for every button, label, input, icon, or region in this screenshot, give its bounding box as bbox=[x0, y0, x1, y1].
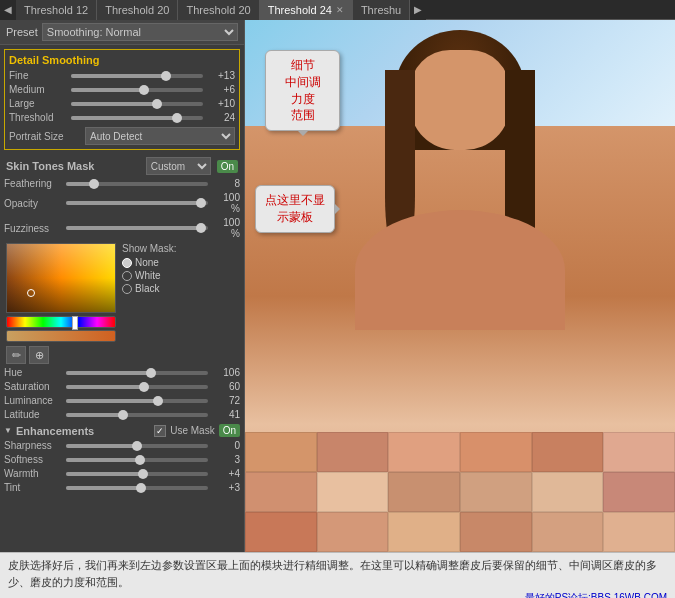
tab-scroll-right[interactable]: ▶ bbox=[410, 0, 426, 20]
pixel-block bbox=[245, 512, 317, 552]
feathering-track[interactable] bbox=[66, 182, 208, 186]
tab-close-icon[interactable]: ✕ bbox=[336, 2, 344, 18]
fuzziness-value: 100 % bbox=[212, 217, 240, 239]
softness-track[interactable] bbox=[66, 458, 208, 462]
warmth-track[interactable] bbox=[66, 472, 208, 476]
medium-track[interactable] bbox=[71, 88, 203, 92]
color-gradient[interactable] bbox=[6, 243, 116, 313]
pixel-block bbox=[317, 472, 389, 512]
medium-slider-row: Medium +6 bbox=[9, 84, 235, 95]
eyedropper-icon[interactable]: ✏ bbox=[6, 346, 26, 364]
portrait-area bbox=[385, 30, 535, 330]
warmth-value: +4 bbox=[212, 468, 240, 479]
skin-tones-on-badge[interactable]: On bbox=[217, 160, 238, 173]
hue-track[interactable] bbox=[66, 371, 208, 375]
pixel-block bbox=[532, 432, 604, 472]
luminance-track[interactable] bbox=[66, 399, 208, 403]
sat-bar[interactable] bbox=[6, 330, 116, 342]
use-mask-label: Use Mask bbox=[170, 425, 214, 436]
fuzziness-row: Fuzziness 100 % bbox=[4, 217, 240, 239]
large-track[interactable] bbox=[71, 102, 203, 106]
softness-value: 3 bbox=[212, 454, 240, 465]
pixel-block bbox=[460, 512, 532, 552]
pipette-icon[interactable]: ⊕ bbox=[29, 346, 49, 364]
latitude-value: 41 bbox=[212, 409, 240, 420]
saturation-track[interactable] bbox=[66, 385, 208, 389]
skin-tones-section: Skin Tones Mask Custom On Feathering 8 O… bbox=[4, 154, 240, 420]
mask-black-label: Black bbox=[135, 283, 159, 294]
feathering-row: Feathering 8 bbox=[4, 178, 240, 189]
enhancements-on-badge[interactable]: On bbox=[219, 424, 240, 437]
enhancements-header: ▼ Enhancements ✓ Use Mask On bbox=[4, 424, 240, 437]
tab-threshu[interactable]: Threshu bbox=[353, 0, 410, 20]
hue-bar[interactable] bbox=[6, 316, 116, 328]
fine-track[interactable] bbox=[71, 74, 203, 78]
fuzziness-track[interactable] bbox=[66, 226, 208, 230]
sharpness-value: 0 bbox=[212, 440, 240, 451]
preset-row: Preset Smoothing: Normal bbox=[0, 20, 244, 45]
face bbox=[410, 50, 510, 150]
pixel-block bbox=[388, 472, 460, 512]
tooltip-midtone: 细节中间调力度范围 bbox=[265, 50, 340, 131]
tab-threshold-20-a[interactable]: Threshold 20 bbox=[97, 0, 178, 20]
medium-value: +6 bbox=[207, 84, 235, 95]
pixel-block bbox=[245, 432, 317, 472]
latitude-label: Latitude bbox=[4, 409, 62, 420]
sharpness-track[interactable] bbox=[66, 444, 208, 448]
mask-white-radio[interactable] bbox=[122, 271, 132, 281]
luminance-slider-row: Luminance 72 bbox=[4, 395, 240, 406]
opacity-track[interactable] bbox=[66, 201, 208, 205]
luminance-label: Luminance bbox=[4, 395, 62, 406]
mask-none-radio[interactable] bbox=[122, 258, 132, 268]
latitude-slider-row: Latitude 41 bbox=[4, 409, 240, 420]
opacity-row: Opacity 100 % bbox=[4, 192, 240, 214]
pixel-block bbox=[388, 432, 460, 472]
use-mask-checkbox[interactable]: ✓ bbox=[154, 425, 166, 437]
pixel-block bbox=[317, 512, 389, 552]
fine-label: Fine bbox=[9, 70, 67, 81]
pixel-block bbox=[245, 472, 317, 512]
hue-slider-row: Hue 106 bbox=[4, 367, 240, 378]
saturation-slider-row: Saturation 60 bbox=[4, 381, 240, 392]
mask-none-row[interactable]: None bbox=[122, 257, 176, 268]
mask-white-row[interactable]: White bbox=[122, 270, 176, 281]
preset-select[interactable]: Smoothing: Normal bbox=[42, 23, 238, 41]
mask-black-row[interactable]: Black bbox=[122, 283, 176, 294]
show-mask-title: Show Mask: bbox=[122, 243, 176, 254]
main-layout: Preset Smoothing: Normal Detail Smoothin… bbox=[0, 20, 675, 552]
source-credit: 最好的PS论坛:BBS.16WB.COM bbox=[8, 590, 667, 598]
threshold-track[interactable] bbox=[71, 116, 203, 120]
tab-scroll-left[interactable]: ◀ bbox=[0, 0, 16, 20]
color-picker-area: Show Mask: None White Black bbox=[6, 243, 238, 342]
threshold-slider-row: Threshold 24 bbox=[9, 112, 235, 123]
softness-row: Softness 3 bbox=[4, 454, 240, 465]
left-panel: Preset Smoothing: Normal Detail Smoothin… bbox=[0, 20, 245, 552]
mask-black-radio[interactable] bbox=[122, 284, 132, 294]
color-marker[interactable] bbox=[27, 289, 35, 297]
opacity-value: 100 % bbox=[212, 192, 240, 214]
tab-threshold-24[interactable]: Threshold 24 ✕ bbox=[260, 0, 353, 20]
detail-smoothing-block: Detail Smoothing Fine +13 Medium +6 bbox=[4, 49, 240, 150]
sharpness-row: Sharpness 0 bbox=[4, 440, 240, 451]
latitude-track[interactable] bbox=[66, 413, 208, 417]
pixel-block bbox=[603, 472, 675, 512]
portrait-size-select[interactable]: Auto Detect bbox=[85, 127, 235, 145]
pixel-block bbox=[317, 432, 389, 472]
enhancements-collapse-icon[interactable]: ▼ bbox=[4, 426, 12, 435]
tab-threshold-12[interactable]: Threshold 12 bbox=[16, 0, 97, 20]
large-label: Large bbox=[9, 98, 67, 109]
bottom-description: 皮肤选择好后，我们再来到左边参数设置区最上面的模块进行精细调整。在这里可以精确调… bbox=[8, 557, 667, 590]
tab-threshold-20-b[interactable]: Threshold 20 bbox=[178, 0, 259, 20]
opacity-label: Opacity bbox=[4, 198, 62, 209]
portrait-size-label: Portrait Size bbox=[9, 131, 81, 142]
pixel-block bbox=[388, 512, 460, 552]
detail-smoothing-title: Detail Smoothing bbox=[9, 54, 235, 66]
pixel-block bbox=[603, 512, 675, 552]
large-value: +10 bbox=[207, 98, 235, 109]
feathering-value: 8 bbox=[212, 178, 240, 189]
mask-none-label: None bbox=[135, 257, 159, 268]
skin-tones-custom-select[interactable]: Custom bbox=[146, 157, 211, 175]
shoulder bbox=[355, 210, 565, 330]
tint-track[interactable] bbox=[66, 486, 208, 490]
show-mask-panel: Show Mask: None White Black bbox=[122, 243, 176, 342]
